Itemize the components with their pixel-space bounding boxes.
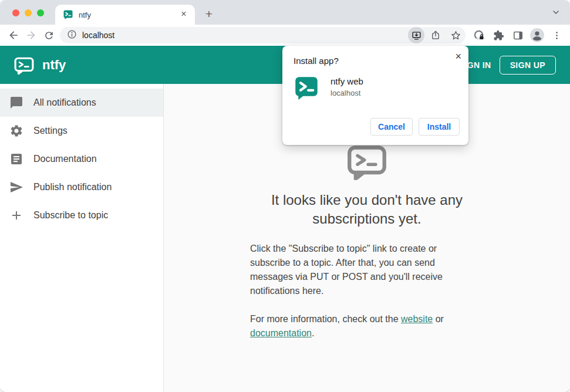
side-panel-icon[interactable]	[509, 26, 527, 44]
share-button[interactable]	[427, 26, 444, 44]
install-app-dialog: Install app? × ntfy web localhost Cancel…	[282, 46, 468, 145]
more-info-text: For more information, check out the	[250, 314, 401, 324]
more-info-text: .	[312, 328, 314, 338]
reload-button[interactable]	[40, 26, 58, 44]
plus-icon	[9, 208, 23, 222]
password-manager-extension-icon[interactable]	[470, 26, 488, 44]
extensions-puzzle-icon[interactable]	[490, 26, 507, 44]
brand-title: ntfy	[42, 58, 66, 73]
send-icon	[9, 180, 23, 194]
forward-button[interactable]	[22, 26, 40, 44]
sidebar-item-label: Documentation	[33, 154, 97, 164]
sidebar: All notifications Settings Documentation…	[0, 84, 164, 392]
empty-state-description: Click the "Subscribe to topic" link to c…	[250, 242, 463, 298]
install-app-button[interactable]	[408, 27, 424, 43]
sidebar-item-settings[interactable]: Settings	[0, 117, 163, 145]
sidebar-item-label: Publish notification	[33, 182, 112, 192]
documentation-link[interactable]: documentation	[250, 328, 312, 338]
sidebar-item-publish-notification[interactable]: Publish notification	[0, 173, 163, 201]
sidebar-item-all-notifications[interactable]: All notifications	[0, 89, 163, 117]
gear-icon	[9, 124, 23, 138]
sidebar-item-label: Subscribe to topic	[33, 210, 108, 221]
empty-state-heading: It looks like you don't have any subscri…	[249, 191, 485, 228]
install-button[interactable]: Install	[419, 118, 460, 136]
ntfy-app-icon	[295, 75, 318, 101]
article-icon	[9, 152, 23, 166]
dialog-title: Install app?	[294, 56, 460, 66]
profile-avatar[interactable]	[528, 26, 546, 44]
tab-title: ntfy	[79, 11, 178, 19]
url-text: localhost	[82, 31, 408, 40]
empty-state: It looks like you don't have any subscri…	[249, 145, 485, 340]
ntfy-logo-icon	[14, 57, 34, 75]
more-info-text: or	[433, 314, 444, 324]
dialog-app-name: ntfy web	[330, 76, 363, 86]
browser-tab-ntfy[interactable]: ntfy ×	[55, 5, 195, 25]
sidebar-item-label: All notifications	[33, 97, 96, 108]
close-window-button[interactable]	[12, 9, 19, 16]
back-button[interactable]	[5, 26, 22, 44]
dialog-app-origin: localhost	[330, 89, 363, 97]
tab-strip: ntfy × +	[0, 0, 570, 25]
browser-menu-kebab-icon[interactable]	[548, 26, 565, 44]
empty-state-more-info: For more information, check out the webs…	[250, 312, 463, 340]
browser-toolbar: localhost	[0, 25, 570, 46]
traffic-lights	[12, 9, 44, 16]
address-bar[interactable]: localhost	[60, 27, 466, 43]
sidebar-item-documentation[interactable]: Documentation	[0, 145, 163, 173]
cancel-button[interactable]: Cancel	[370, 118, 413, 136]
site-info-icon[interactable]	[67, 29, 77, 42]
sign-up-button[interactable]: SIGN UP	[500, 56, 556, 75]
tab-search-chevron-icon[interactable]	[551, 8, 561, 19]
ntfy-favicon	[63, 10, 73, 19]
ntfy-logo-gray-icon	[347, 145, 387, 180]
chat-icon	[9, 96, 23, 110]
new-tab-button[interactable]: +	[201, 6, 217, 22]
dialog-close-icon[interactable]: ×	[455, 50, 461, 63]
sidebar-item-subscribe-to-topic[interactable]: Subscribe to topic	[0, 201, 163, 229]
install-icon	[412, 31, 421, 40]
fullscreen-window-button[interactable]	[37, 9, 44, 16]
website-link[interactable]: website	[401, 314, 433, 324]
tab-close-icon[interactable]: ×	[178, 9, 189, 20]
minimize-window-button[interactable]	[25, 9, 32, 16]
browser-window: ntfy × + localhost	[0, 0, 570, 392]
sidebar-item-label: Settings	[33, 126, 68, 136]
bookmark-star-button[interactable]	[447, 26, 464, 44]
